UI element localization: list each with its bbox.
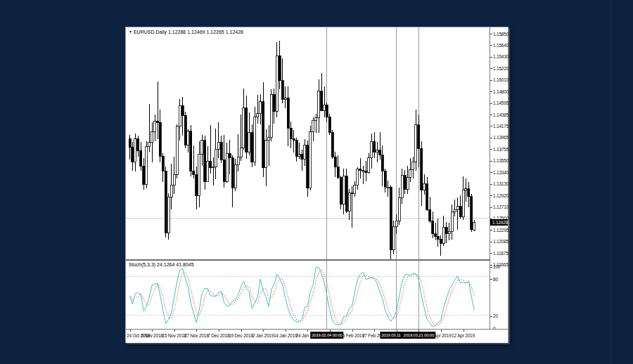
time-axis-tick: [130, 330, 131, 332]
time-axis-tick: [152, 330, 153, 332]
candle-body: [331, 133, 333, 157]
candle-body: [284, 98, 286, 100]
stoch-axis-tick: [490, 279, 492, 280]
candle-body: [184, 115, 186, 145]
candle-body: [456, 207, 459, 210]
chart-title: ▼EURUSD,Daily 1.12288 1.12469 1.12265 1.…: [129, 30, 243, 34]
candle-body: [193, 171, 195, 174]
price-axis-tick: [490, 126, 492, 126]
candle-body: [148, 143, 151, 147]
time-axis-label: 27 Nov 2018: [184, 333, 209, 338]
time-axis-highlight: 2019.03.21 00:00: [402, 332, 436, 339]
candle-body: [473, 223, 475, 230]
price-axis-tick: [490, 57, 492, 58]
candle-body: [348, 193, 350, 212]
time-axis-label: 7 Dec 2018: [207, 333, 229, 338]
candle-body: [187, 131, 189, 145]
price-axis-tick: [490, 149, 492, 150]
candle-body: [204, 141, 206, 182]
candle-body: [432, 221, 434, 234]
price-axis-label: 1.12710: [493, 204, 509, 209]
candle-body: [315, 117, 317, 120]
candle-body: [409, 170, 411, 177]
candle-body: [173, 174, 175, 185]
price-axis-label: 1.13550: [493, 158, 509, 163]
main-price-pane[interactable]: [126, 27, 490, 259]
candle-body: [318, 91, 320, 118]
candle-body: [301, 155, 303, 159]
candle-body: [157, 121, 159, 122]
price-axis-tick: [490, 195, 492, 196]
price-axis-label: 1.15430: [493, 54, 509, 59]
candle-body: [217, 143, 219, 149]
stochastic-pane[interactable]: [126, 261, 490, 329]
price-axis-label: 1.15220: [493, 66, 509, 71]
candle-body: [359, 169, 362, 170]
chart-window: ▼EURUSD,Daily 1.12288 1.12469 1.12265 1.…: [125, 27, 509, 343]
stoch-axis-tick: [490, 316, 492, 317]
candle-body: [468, 189, 470, 197]
candle-body: [215, 149, 217, 167]
candle-body: [392, 227, 395, 250]
candle-body: [223, 160, 225, 182]
candle-body: [381, 155, 383, 171]
candle-body: [167, 197, 170, 233]
candle-body: [257, 114, 259, 117]
candle-body: [190, 131, 192, 171]
candle-body: [440, 239, 442, 243]
candle-body: [426, 184, 428, 210]
candle-body: [398, 197, 400, 221]
candle-body: [415, 125, 417, 162]
time-axis[interactable]: 24 Oct 20185 Nov 201815 Nov 201827 Nov 2…: [126, 329, 508, 343]
time-axis-tick: [307, 330, 308, 332]
price-axis[interactable]: 1.12428 1.158501.156401.154301.152201.15…: [490, 27, 508, 342]
candle-body: [146, 147, 148, 184]
candle-body: [201, 141, 203, 155]
candle-body: [423, 184, 426, 190]
price-axis-tick: [490, 253, 492, 254]
candle-body: [243, 108, 245, 148]
candles-svg: [126, 27, 490, 259]
candle-body: [137, 139, 139, 150]
candle-body: [234, 165, 236, 188]
candle-body: [435, 234, 437, 236]
price-axis-tick: [490, 103, 492, 104]
time-axis-highlight: 2019.02.04 00:00: [310, 332, 344, 339]
candle-body: [165, 171, 167, 233]
candle-body: [334, 157, 336, 167]
candle-body: [270, 94, 272, 137]
candle-body: [309, 132, 312, 188]
candle-body: [345, 176, 347, 212]
background-accent-line: [610, 0, 611, 364]
candle-body: [384, 171, 386, 187]
candle-body: [307, 145, 309, 188]
candle-body: [337, 167, 339, 178]
price-axis-tick: [490, 207, 492, 208]
price-axis-label: 1.15640: [493, 43, 509, 48]
price-axis-label: 1.15010: [493, 77, 509, 82]
time-axis-label: 2 Jan 2019: [252, 333, 274, 338]
price-axis-label: 1.11875: [493, 251, 509, 256]
candle-body: [207, 161, 209, 181]
desktop-background: ▼EURUSD,Daily 1.12288 1.12469 1.12265 1.…: [0, 0, 633, 364]
time-axis-label: 19 Dec 2018: [229, 333, 253, 338]
candle-body: [198, 154, 200, 195]
candle-body: [220, 143, 222, 160]
price-axis-label: 1.14800: [493, 89, 509, 94]
candle-body: [287, 98, 289, 128]
candle-body: [404, 176, 406, 190]
time-axis-tick: [219, 330, 219, 332]
price-axis-label: 1.13130: [493, 181, 509, 186]
price-axis-tick: [490, 91, 492, 92]
candle-body: [229, 153, 231, 157]
candle-body: [212, 167, 215, 168]
candle-body: [245, 108, 248, 152]
time-axis-tick: [263, 330, 264, 332]
candle-body: [262, 102, 264, 168]
candle-body: [407, 177, 409, 189]
candle-body: [429, 209, 431, 221]
price-axis-label: 1.15850: [493, 32, 509, 37]
price-axis-tick: [490, 80, 492, 81]
candle-body: [251, 133, 253, 162]
price-axis-tick: [490, 265, 492, 266]
